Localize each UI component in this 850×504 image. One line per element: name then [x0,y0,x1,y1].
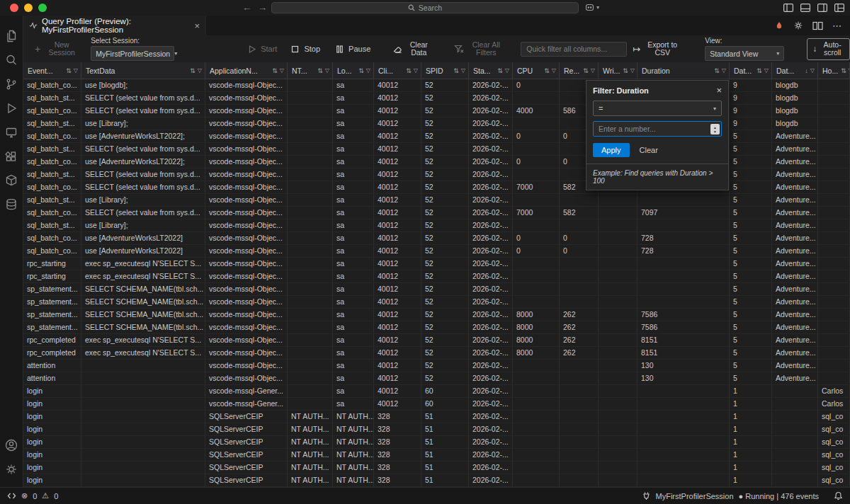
filter-funnel-icon[interactable]: ▽ [461,67,465,74]
toggle-panel-icon[interactable] [800,4,810,12]
minimize-window-button[interactable] [24,4,33,12]
session-select[interactable]: MyFirstProfilerSession ▾ [91,46,174,61]
view-select[interactable]: Standard View ▾ [705,46,784,61]
close-window-button[interactable] [10,4,18,12]
filter-funnel-icon[interactable]: ▽ [198,67,202,74]
titlebar-search[interactable]: Search [271,2,579,13]
column-header[interactable]: Dat...↓▽ [772,62,818,79]
table-row[interactable]: sp_statement...SELECT SCHEMA_NAME(tbl.sc… [23,296,850,309]
warnings-icon[interactable]: ⚠ [42,491,49,500]
table-row[interactable]: loginSQLServerCEIPNT AUTH...NT AUTH...32… [23,436,850,449]
table-row[interactable]: loginvscode-mssql-Gener...sa40012602026-… [23,398,850,411]
toggle-secondary-sidebar-icon[interactable] [817,4,827,12]
sort-icon[interactable]: ↓ [805,67,808,74]
filter-funnel-icon[interactable]: ▽ [764,67,769,74]
column-header[interactable]: Duration⇅▽ [638,62,730,79]
table-row[interactable]: loginSQLServerCEIPNT AUTH...NT AUTH...32… [23,474,850,487]
table-row[interactable]: loginSQLServerCEIPNT AUTH...NT AUTH...32… [23,449,850,462]
table-row[interactable]: rpc_completedexec sp_executesql N'SELECT… [23,334,850,347]
table-row[interactable]: sp_statement...SELECT SCHEMA_NAME(tbl.sc… [23,309,850,321]
column-header[interactable]: TextData⇅▽ [81,62,205,79]
pause-button[interactable]: Pause [334,44,370,55]
filter-funnel-icon[interactable]: ▽ [591,67,595,74]
table-row[interactable]: sql_batch_co...use [AdventureWorksLT2022… [23,232,850,245]
sort-icon[interactable]: ⇅ [714,67,720,74]
copilot-button[interactable]: ▾ [585,3,599,12]
clear-all-filters-button[interactable]: Clear All Filters [453,41,504,57]
customize-layout-icon[interactable] [834,4,844,12]
sort-icon[interactable]: ⇅ [544,67,550,74]
table-row[interactable]: loginSQLServerCEIPNT AUTH...NT AUTH...32… [23,411,850,423]
sidebar-item-package[interactable] [0,168,23,193]
table-row[interactable]: rpc_startingexec sp_executesql N'SELECT … [23,270,850,283]
sort-icon[interactable]: ⇅ [190,67,196,74]
sort-icon[interactable]: ⇅ [497,67,503,74]
back-button[interactable]: ← [242,0,251,16]
flame-icon[interactable] [774,21,784,30]
sort-icon[interactable]: ⇅ [623,67,628,74]
settings-gear-icon[interactable] [793,21,803,30]
sort-icon[interactable]: ⇅ [272,67,278,74]
quick-filter-input[interactable] [521,42,627,57]
sort-icon[interactable]: ⇅ [841,67,846,74]
clear-filter-button[interactable]: Clear [637,143,661,157]
column-header[interactable]: Cli...⇅▽ [374,62,421,79]
table-row[interactable]: sql_batch_co...use [AdventureWorksLT2022… [23,245,850,258]
apply-filter-button[interactable]: Apply [593,143,630,157]
account-button[interactable] [0,433,23,457]
remote-icon[interactable] [7,491,16,500]
column-header[interactable]: ApplicationN...⇅▽ [205,62,288,79]
table-row[interactable]: loginSQLServerCEIPNT AUTH...NT AUTH...32… [23,423,850,436]
status-session-state[interactable]: ● Running | 476 events [739,492,819,500]
sidebar-item-source-control[interactable] [0,72,23,96]
sort-icon[interactable]: ⇅ [453,67,459,74]
warnings-count[interactable]: 0 [54,492,58,500]
filter-funnel-icon[interactable]: ▽ [366,67,370,74]
column-header[interactable]: Event...⇅▽ [23,62,81,79]
filter-funnel-icon[interactable]: ▽ [414,67,418,74]
sidebar-item-database[interactable] [0,193,23,217]
column-header[interactable]: SPID⇅▽ [421,62,469,79]
table-row[interactable]: sp_statement...SELECT SCHEMA_NAME(tbl.sc… [23,321,850,334]
stop-button[interactable]: Stop [290,44,320,55]
sidebar-item-explorer[interactable] [0,24,23,48]
table-row[interactable]: sql_batch_co...SELECT (select value from… [23,207,850,219]
table-row[interactable]: attentionvscode-mssql-Objec...sa40012522… [23,372,850,385]
column-header[interactable]: Re...⇅▽ [560,62,599,79]
sidebar-item-remote-explorer[interactable] [0,120,23,144]
filter-funnel-icon[interactable]: ▽ [552,67,556,74]
column-header[interactable]: NT...⇅▽ [288,62,333,79]
table-row[interactable]: sql_batch_st...use [Library];vscode-mssq… [23,194,850,207]
column-header[interactable]: Wri...⇅▽ [599,62,638,79]
auto-scroll-button[interactable]: ↓ Auto-scroll [807,38,850,60]
sort-icon[interactable]: ⇅ [406,67,412,74]
filter-operator-select[interactable]: = ▾ [593,101,722,116]
sort-icon[interactable]: ⇅ [583,67,589,74]
close-filter-popup-icon[interactable]: × [716,86,722,95]
sort-icon[interactable]: ⇅ [317,67,323,74]
number-spinner[interactable]: ▴ ▾ [710,124,720,134]
maximize-window-button[interactable] [38,4,47,12]
filter-funnel-icon[interactable]: ▽ [325,67,329,74]
table-row[interactable]: rpc_startingexec sp_executesql N'SELECT … [23,258,850,270]
forward-button[interactable]: → [258,0,267,16]
filter-funnel-icon[interactable]: ▽ [722,67,726,74]
table-row[interactable]: attentionvscode-mssql-Objec...sa40012522… [23,360,850,372]
column-header[interactable]: Lo...⇅▽ [333,62,374,79]
clear-data-button[interactable]: Clear Data [392,41,431,57]
filter-funnel-icon[interactable]: ▽ [74,67,78,74]
sidebar-item-extensions[interactable] [0,144,23,168]
settings-button[interactable] [0,457,23,481]
close-tab-icon[interactable]: × [194,21,200,30]
sort-icon[interactable]: ⇅ [756,67,762,74]
more-actions-icon[interactable]: ⋯ [832,21,842,31]
filter-funnel-icon[interactable]: ▽ [505,67,509,74]
table-row[interactable]: rpc_completedexec sp_executesql N'SELECT… [23,347,850,360]
table-row[interactable]: sql_batch_st...use [Library];vscode-mssq… [23,219,850,232]
column-header[interactable]: Ho...⇅▽ [818,62,850,79]
errors-icon[interactable]: ⊗ [21,491,28,500]
sidebar-item-search[interactable] [0,48,23,72]
errors-count[interactable]: 0 [33,492,37,500]
tab-query-profiler[interactable]: Query Profiler (Preview): MyFirstProfile… [23,16,206,35]
sidebar-item-run-debug[interactable] [0,96,23,120]
